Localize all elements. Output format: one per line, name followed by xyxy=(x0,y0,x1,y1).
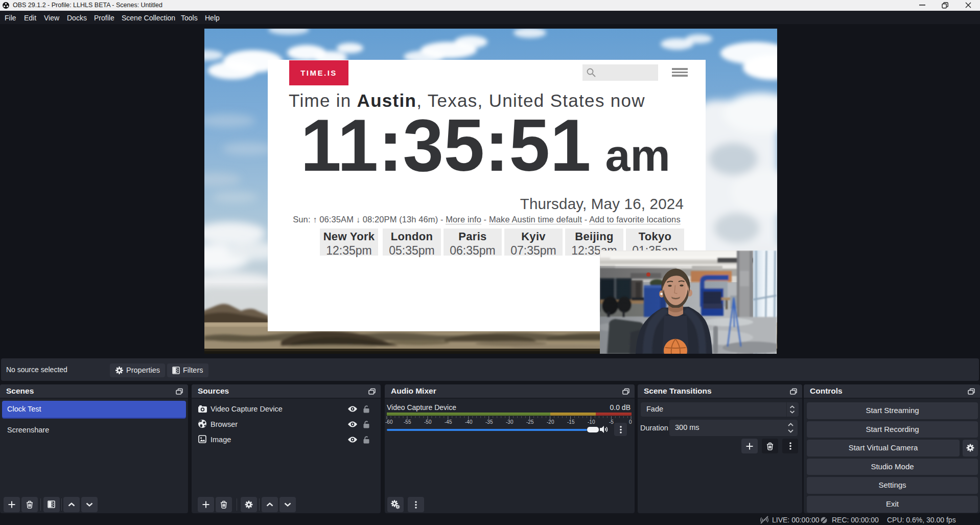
svg-text:-30: -30 xyxy=(506,419,514,425)
svg-text:-5: -5 xyxy=(609,419,614,425)
svg-text:-25: -25 xyxy=(526,419,534,425)
svg-text:-40: -40 xyxy=(465,419,473,425)
svg-text:-60: -60 xyxy=(385,419,393,425)
svg-text:-10: -10 xyxy=(588,419,595,425)
svg-text:0: 0 xyxy=(629,419,632,425)
svg-text:-50: -50 xyxy=(424,419,432,425)
svg-text:-55: -55 xyxy=(404,419,411,425)
svg-text:-20: -20 xyxy=(547,419,554,425)
svg-text:-45: -45 xyxy=(445,419,452,425)
svg-text:-35: -35 xyxy=(485,419,493,425)
svg-text:-15: -15 xyxy=(567,419,575,425)
